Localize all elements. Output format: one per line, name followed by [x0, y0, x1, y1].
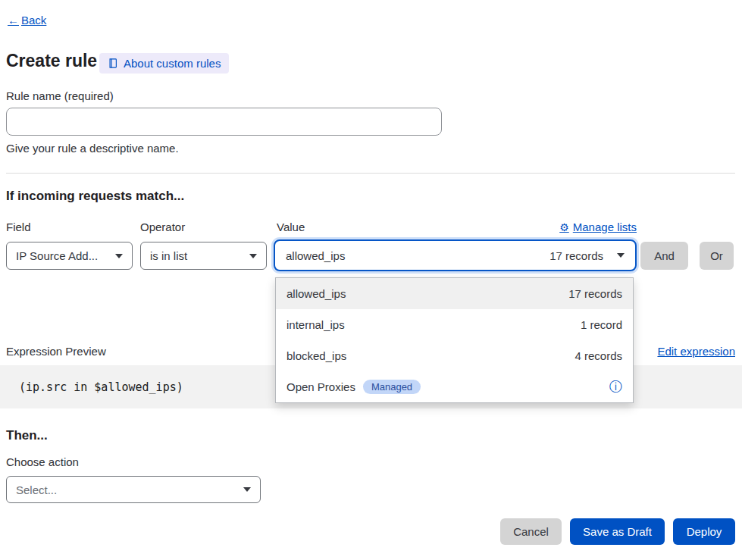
info-icon[interactable]: ⓘ	[609, 380, 622, 393]
rule-name-input[interactable]	[6, 108, 442, 136]
list-record-count: 17 records	[568, 287, 622, 300]
dropdown-item-blocked-ips[interactable]: blocked_ips 4 records	[276, 340, 633, 371]
operator-select[interactable]: is in list	[140, 242, 267, 270]
chevron-down-icon	[243, 487, 251, 492]
list-name: allowed_ips	[286, 287, 346, 300]
value-select[interactable]: allowed_ips 17 records	[274, 239, 637, 271]
chevron-down-icon	[617, 253, 625, 258]
about-badge-label: About custom rules	[124, 57, 221, 70]
cancel-button[interactable]: Cancel	[500, 518, 562, 545]
back-arrow-icon: ←	[8, 14, 19, 27]
operator-column-label: Operator	[140, 221, 185, 233]
chevron-down-icon	[115, 254, 123, 258]
field-select-value: IP Source Add...	[16, 249, 98, 262]
list-name: Open Proxies	[286, 380, 355, 393]
choose-action-label: Choose action	[6, 455, 79, 468]
then-section-heading: Then...	[6, 428, 48, 443]
dropdown-item-open-proxies[interactable]: Open Proxies Managed ⓘ	[276, 371, 633, 402]
rule-name-helper: Give your rule a descriptive name.	[6, 142, 179, 155]
field-select[interactable]: IP Source Add...	[6, 242, 133, 270]
gear-icon: ⚙	[559, 221, 569, 233]
list-record-count: 4 records	[575, 349, 622, 362]
list-record-count: 1 record	[581, 318, 622, 331]
action-select-placeholder: Select...	[16, 483, 57, 496]
book-icon	[108, 58, 118, 69]
value-select-detail: 17 records	[549, 249, 603, 262]
edit-expression-link[interactable]: Edit expression	[657, 345, 735, 358]
create-rule-page: ←Back Create rule About custom rules Rul…	[0, 0, 742, 560]
page-title: Create rule	[6, 51, 97, 71]
expression-preview-label: Expression Preview	[6, 345, 106, 358]
dropdown-item-allowed-ips[interactable]: allowed_ips 17 records	[276, 278, 633, 309]
manage-lists-link[interactable]: ⚙ Manage lists	[559, 221, 637, 233]
dropdown-item-internal-ips[interactable]: internal_ips 1 record	[276, 309, 633, 340]
field-column-label: Field	[6, 221, 31, 233]
list-name: blocked_ips	[286, 349, 346, 362]
action-select[interactable]: Select...	[6, 476, 261, 503]
value-column-label: Value	[277, 221, 305, 233]
manage-lists-label: Manage lists	[573, 221, 637, 233]
back-link-label: Back	[21, 14, 46, 27]
managed-badge: Managed	[363, 380, 421, 394]
operator-select-value: is in list	[150, 249, 187, 262]
value-select-value: allowed_ips	[286, 249, 345, 262]
list-name: internal_ips	[286, 318, 345, 331]
deploy-button[interactable]: Deploy	[673, 518, 735, 545]
about-custom-rules-badge[interactable]: About custom rules	[99, 53, 229, 74]
section-divider	[6, 173, 735, 174]
and-button[interactable]: And	[640, 242, 688, 270]
rule-name-label: Rule name (required)	[6, 89, 114, 102]
value-dropdown-menu: allowed_ips 17 records internal_ips 1 re…	[275, 277, 634, 403]
or-button[interactable]: Or	[700, 242, 734, 270]
save-as-draft-button[interactable]: Save as Draft	[570, 518, 665, 545]
back-link[interactable]: ←Back	[8, 14, 46, 27]
match-section-heading: If incoming requests match...	[6, 189, 184, 204]
chevron-down-icon	[249, 254, 257, 258]
